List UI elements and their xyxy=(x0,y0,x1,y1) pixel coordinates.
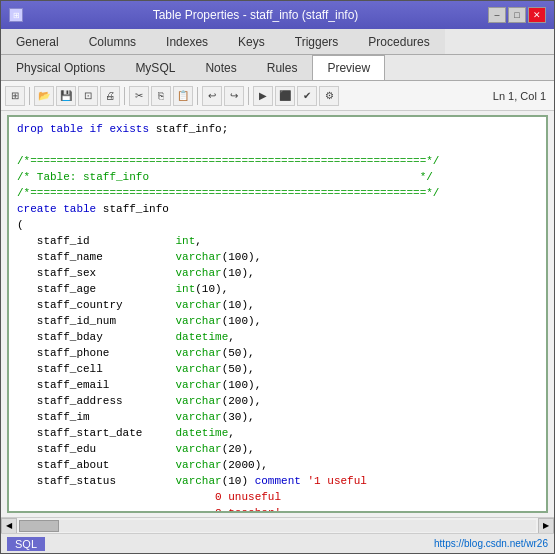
code-line: 2 teacher', xyxy=(17,505,538,513)
scroll-right-button[interactable]: ▶ xyxy=(538,518,554,534)
code-line: staff_id_num varchar(100), xyxy=(17,313,538,329)
run-button[interactable]: ▶ xyxy=(253,86,273,106)
code-line: staff_name varchar(100), xyxy=(17,249,538,265)
status-bar: SQL https://blog.csdn.net/wr26 xyxy=(1,533,554,553)
cut-button[interactable]: ✂ xyxy=(129,86,149,106)
new-button[interactable]: ⊞ xyxy=(5,86,25,106)
settings-button[interactable]: ⚙ xyxy=(319,86,339,106)
maximize-button[interactable]: □ xyxy=(508,7,526,23)
tab-physical[interactable]: Physical Options xyxy=(1,55,120,80)
code-line: staff_address varchar(200), xyxy=(17,393,538,409)
sep2 xyxy=(124,87,125,105)
code-line: staff_about varchar(2000), xyxy=(17,457,538,473)
code-line: staff_edu varchar(20), xyxy=(17,441,538,457)
cursor-position: Ln 1, Col 1 xyxy=(493,90,550,102)
code-line: staff_country varchar(10), xyxy=(17,297,538,313)
window-controls: – □ ✕ xyxy=(488,7,546,23)
blog-link[interactable]: https://blog.csdn.net/wr26 xyxy=(434,538,548,549)
tab-general[interactable]: General xyxy=(1,29,74,54)
code-line: /*======================================… xyxy=(17,185,538,201)
sep1 xyxy=(29,87,30,105)
code-line: staff_age int(10), xyxy=(17,281,538,297)
code-line: staff_status varchar(10) comment '1 usef… xyxy=(17,473,538,489)
code-line: /* Table: staff_info */ xyxy=(17,169,538,185)
tab-indexes[interactable]: Indexes xyxy=(151,29,223,54)
code-line: staff_start_date datetime, xyxy=(17,425,538,441)
tab-mysql[interactable]: MySQL xyxy=(120,55,190,80)
copy-button[interactable]: ⎘ xyxy=(151,86,171,106)
sql-tab-indicator[interactable]: SQL xyxy=(7,537,45,551)
tab-row-1: General Columns Indexes Keys Triggers Pr… xyxy=(1,29,554,55)
code-line: staff_im varchar(30), xyxy=(17,409,538,425)
window-title: Table Properties - staff_info (staff_inf… xyxy=(23,8,488,22)
title-bar: ⊞ Table Properties - staff_info (staff_i… xyxy=(1,1,554,29)
undo-button[interactable]: ↩ xyxy=(202,86,222,106)
tab-keys[interactable]: Keys xyxy=(223,29,280,54)
code-line: /*======================================… xyxy=(17,153,538,169)
tab-notes[interactable]: Notes xyxy=(190,55,251,80)
save-all-button[interactable]: ⊡ xyxy=(78,86,98,106)
close-button[interactable]: ✕ xyxy=(528,7,546,23)
code-editor[interactable]: drop table if exists staff_info; /*=====… xyxy=(7,115,548,513)
redo-button[interactable]: ↪ xyxy=(224,86,244,106)
tab-rules[interactable]: Rules xyxy=(252,55,313,80)
scroll-left-button[interactable]: ◀ xyxy=(1,518,17,534)
tab-procedures[interactable]: Procedures xyxy=(353,29,444,54)
sep4 xyxy=(248,87,249,105)
code-line: create table staff_info xyxy=(17,201,538,217)
scroll-thumb[interactable] xyxy=(19,520,59,532)
open-button[interactable]: 📂 xyxy=(34,86,54,106)
check-button[interactable]: ✔ xyxy=(297,86,317,106)
toolbar: ⊞ 📂 💾 ⊡ 🖨 ✂ ⎘ 📋 ↩ ↪ ▶ ⬛ ✔ ⚙ Ln 1, Col 1 xyxy=(1,81,554,111)
tab-preview[interactable]: Preview xyxy=(312,55,385,80)
code-content: drop table if exists staff_info; /*=====… xyxy=(17,121,538,513)
tab-columns[interactable]: Columns xyxy=(74,29,151,54)
main-window: ⊞ Table Properties - staff_info (staff_i… xyxy=(0,0,555,554)
code-line: staff_cell varchar(50), xyxy=(17,361,538,377)
save-button[interactable]: 💾 xyxy=(56,86,76,106)
code-line: staff_bday datetime, xyxy=(17,329,538,345)
code-line: drop table if exists staff_info; xyxy=(17,121,538,137)
code-line: staff_id int, xyxy=(17,233,538,249)
stop-button[interactable]: ⬛ xyxy=(275,86,295,106)
print-button[interactable]: 🖨 xyxy=(100,86,120,106)
minimize-button[interactable]: – xyxy=(488,7,506,23)
code-line: staff_phone varchar(50), xyxy=(17,345,538,361)
code-line: 0 unuseful xyxy=(17,489,538,505)
app-icon: ⊞ xyxy=(9,8,23,22)
code-line: staff_sex varchar(10), xyxy=(17,265,538,281)
scroll-track[interactable] xyxy=(19,520,536,532)
tab-row-2: Physical Options MySQL Notes Rules Previ… xyxy=(1,55,554,81)
horizontal-scrollbar[interactable]: ◀ ▶ xyxy=(1,517,554,533)
paste-button[interactable]: 📋 xyxy=(173,86,193,106)
code-line xyxy=(17,137,538,153)
code-line: staff_email varchar(100), xyxy=(17,377,538,393)
sep3 xyxy=(197,87,198,105)
code-line: ( xyxy=(17,217,538,233)
tab-triggers[interactable]: Triggers xyxy=(280,29,354,54)
